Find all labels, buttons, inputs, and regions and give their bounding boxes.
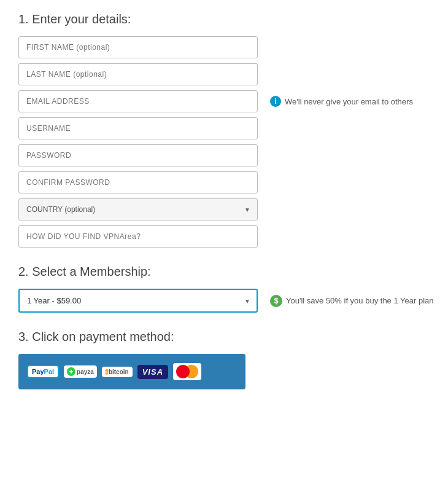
- country-wrapper: COUNTRY (optional): [18, 198, 258, 221]
- step1-section: 1. Enter your details: i We'll never giv…: [18, 12, 430, 248]
- firstname-row: [18, 36, 430, 58]
- step1-title: 1. Enter your details:: [18, 12, 430, 26]
- paypal-icon[interactable]: PayPal: [27, 360, 59, 383]
- username-input[interactable]: [18, 117, 258, 139]
- firstname-input[interactable]: [18, 36, 258, 58]
- membership-row: 1 Year - $59.00 6 Months - $39.00 1 Mont…: [18, 289, 430, 313]
- payza-circle: [67, 367, 75, 376]
- visa-icon[interactable]: VISA: [137, 360, 168, 383]
- step2-section: 2. Select a Membership: 1 Year - $59.00 …: [18, 265, 430, 313]
- confirm-password-input[interactable]: [18, 171, 258, 193]
- payment-bar: PayPal payza ₿bitcoin VISA: [18, 354, 245, 389]
- confirm-password-row: [18, 171, 430, 193]
- how-found-row: [18, 225, 430, 248]
- password-input[interactable]: [18, 144, 258, 166]
- password-row: [18, 144, 430, 166]
- payza-icon[interactable]: payza: [64, 360, 97, 383]
- step2-title: 2. Select a Membership:: [18, 265, 430, 279]
- savings-note: $ You'll save 50% if you buy the 1 Year …: [270, 295, 434, 307]
- mc-red-circle: [176, 365, 190, 378]
- membership-wrapper: 1 Year - $59.00 6 Months - $39.00 1 Mont…: [18, 289, 258, 313]
- username-row: [18, 117, 430, 139]
- country-row: COUNTRY (optional): [18, 198, 430, 221]
- email-row: i We'll never give your email to others: [18, 90, 430, 112]
- mastercard-icon[interactable]: [173, 360, 201, 383]
- membership-select[interactable]: 1 Year - $59.00 6 Months - $39.00 1 Mont…: [18, 289, 258, 313]
- bitcoin-icon[interactable]: ₿bitcoin: [102, 360, 133, 383]
- save-icon: $: [270, 295, 282, 307]
- email-note: i We'll never give your email to others: [270, 96, 413, 107]
- email-input[interactable]: [18, 90, 258, 112]
- step3-section: 3. Click on payment method: PayPal payza…: [18, 330, 430, 389]
- country-select[interactable]: COUNTRY (optional): [18, 198, 258, 221]
- lastname-input[interactable]: [18, 63, 258, 85]
- info-icon: i: [270, 96, 281, 107]
- lastname-row: [18, 63, 430, 85]
- how-found-input[interactable]: [18, 225, 258, 248]
- step3-title: 3. Click on payment method:: [18, 330, 430, 344]
